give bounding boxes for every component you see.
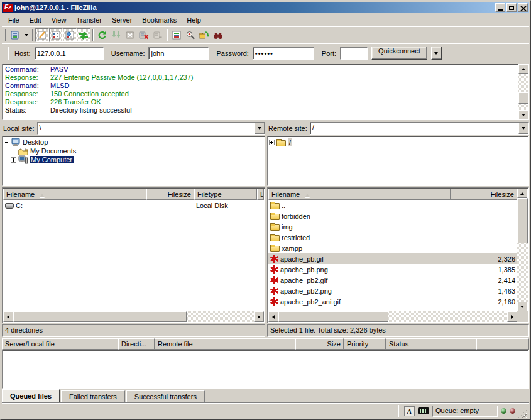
password-input[interactable] (253, 47, 314, 60)
column-header-filesize[interactable]: Filesize (146, 189, 194, 200)
tab-failed-transfers[interactable]: Failed transfers (61, 390, 125, 403)
port-input[interactable] (340, 47, 368, 60)
log-line-text: 227 Entering Passive Mode (127,0,0,1,17,… (50, 74, 193, 82)
maximize-button[interactable] (506, 3, 517, 12)
log-line-text: Directory listing successful (50, 106, 132, 114)
local-list-header: Filename Filesize Filetype L (3, 189, 264, 200)
file-row[interactable]: C: Local Disk (3, 200, 264, 211)
scroll-right-button[interactable] (254, 311, 264, 322)
file-row[interactable]: apache_pb2.png1,463 (268, 285, 517, 296)
file-row[interactable]: restricted (268, 232, 517, 243)
menu-bookmarks[interactable]: Bookmarks (137, 15, 182, 25)
synchronized-browsing-button[interactable] (197, 28, 211, 42)
menu-server[interactable]: Server (107, 15, 137, 25)
log-line: Response:227 Entering Passive Mode (127,… (3, 74, 528, 82)
file-size: 1,385 (451, 266, 517, 274)
tree-item-root[interactable]: / (269, 138, 527, 146)
remote-hscrollbar[interactable] (268, 311, 517, 322)
tab-queued-files[interactable]: Queued files (2, 389, 60, 403)
toggle-remote-tree-button[interactable] (63, 28, 77, 42)
transfer-type-icon[interactable]: A (404, 406, 415, 416)
tab-successful-transfers[interactable]: Successful transfers (126, 390, 205, 403)
menu-view[interactable]: View (47, 15, 72, 25)
disconnect-button[interactable] (137, 28, 151, 42)
tree-item-my-documents[interactable]: My Documents (4, 146, 263, 155)
minimize-button[interactable] (495, 3, 505, 12)
column-header-filename[interactable]: Filename (3, 189, 146, 200)
column-header-size[interactable]: Size (295, 338, 344, 350)
site-manager-dropdown[interactable] (22, 28, 30, 42)
scroll-thumb[interactable] (518, 92, 528, 104)
column-header-filename[interactable]: Filename (268, 189, 451, 200)
remote-site-dropdown[interactable] (518, 123, 528, 134)
scroll-thumb[interactable] (278, 311, 388, 322)
column-header-priority[interactable]: Priority (344, 338, 386, 350)
local-site-combo[interactable]: \ (37, 122, 265, 135)
file-row[interactable]: xampp (268, 243, 517, 253)
scroll-thumb[interactable] (517, 198, 528, 243)
column-header-filetype[interactable]: Filetype (194, 189, 257, 200)
column-header-remote-file[interactable]: Remote file (155, 338, 295, 350)
site-manager-button[interactable] (8, 28, 22, 42)
local-site-dropdown[interactable] (255, 123, 265, 134)
toggle-transfer-queue-button[interactable] (77, 28, 90, 42)
tree-item-desktop[interactable]: Desktop (4, 138, 263, 146)
scroll-left-button[interactable] (268, 311, 278, 322)
local-hscrollbar[interactable] (3, 311, 264, 322)
scroll-thumb[interactable] (13, 311, 187, 322)
quickconnect-dropdown[interactable] (431, 47, 442, 60)
window-title: john@127.0.0.1 - FileZilla (14, 4, 495, 11)
file-row[interactable]: apache_pb2_ani.gif2,160 (268, 296, 517, 307)
file-row[interactable]: .. (268, 200, 517, 211)
file-row-selected[interactable]: apache_pb.gif2,326 (268, 253, 517, 264)
speed-limit-icon[interactable] (418, 407, 429, 414)
file-row[interactable]: img (268, 221, 517, 232)
remote-site-combo[interactable]: / (310, 122, 529, 135)
column-header-server-local-file[interactable]: Server/Local file (2, 338, 118, 350)
scroll-track[interactable] (517, 198, 528, 302)
directory-comparison-button[interactable] (183, 28, 197, 42)
toggle-local-tree-button[interactable] (49, 28, 63, 42)
scroll-down-button[interactable] (518, 110, 528, 119)
column-header-direction[interactable]: Directi... (118, 338, 155, 350)
tree-item-my-computer[interactable]: My Computer (4, 155, 263, 164)
file-row[interactable]: apache_pb2.gif2,414 (268, 275, 517, 285)
scroll-up-button[interactable] (518, 64, 528, 74)
titlebar[interactable]: Fz john@127.0.0.1 - FileZilla (2, 2, 529, 13)
filename-filters-button[interactable] (170, 28, 183, 42)
refresh-button[interactable] (96, 28, 109, 42)
username-input[interactable] (148, 47, 209, 60)
process-queue-button[interactable] (109, 28, 123, 42)
close-button[interactable] (518, 3, 528, 12)
scroll-track[interactable] (278, 311, 507, 322)
activity-led-green (501, 408, 506, 414)
scroll-up-button[interactable] (517, 189, 527, 198)
menu-transfer[interactable]: Transfer (71, 15, 107, 25)
menu-edit[interactable]: Edit (25, 15, 47, 25)
reconnect-button[interactable] (151, 28, 165, 42)
file-row[interactable]: apache_pb.png1,385 (268, 264, 517, 275)
scroll-track[interactable] (13, 311, 254, 322)
expand-icon[interactable] (269, 140, 275, 145)
collapse-icon[interactable] (4, 140, 9, 145)
resize-grip[interactable] (518, 409, 527, 418)
menu-file[interactable]: File (3, 15, 25, 25)
column-header-last-modified[interactable]: L (257, 189, 264, 200)
file-name: .. (282, 202, 285, 209)
scroll-track[interactable] (518, 74, 528, 110)
find-files-button[interactable] (211, 28, 225, 42)
file-row[interactable]: forbidden (268, 211, 517, 221)
quickconnect-button[interactable]: Quickconnect (371, 47, 427, 60)
log-scrollbar[interactable] (518, 64, 528, 119)
column-header-status[interactable]: Status (386, 338, 476, 350)
remote-vscrollbar[interactable] (517, 189, 528, 322)
host-input[interactable] (35, 47, 104, 60)
scroll-right-button[interactable] (507, 311, 517, 322)
toggle-message-log-button[interactable] (35, 28, 49, 42)
expand-icon[interactable] (11, 157, 16, 163)
scroll-left-button[interactable] (3, 311, 13, 322)
column-header-filesize[interactable]: Filesize (451, 189, 517, 200)
menu-help[interactable]: Help (182, 15, 206, 25)
cancel-button[interactable] (123, 28, 137, 42)
scroll-down-button[interactable] (517, 302, 527, 311)
